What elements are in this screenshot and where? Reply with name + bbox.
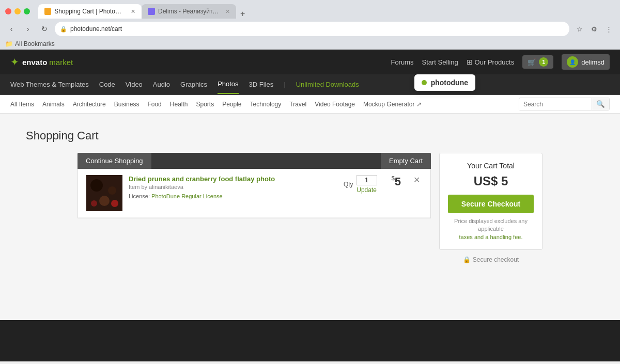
cart-sidebar: Your Cart Total US$ 5 Secure Checkout Pr… <box>439 153 542 263</box>
qty-label: Qty <box>344 181 353 188</box>
reload-button[interactable]: ↻ <box>38 23 51 35</box>
item-author: Item by alinanikitaeva <box>129 184 337 190</box>
item-title-link[interactable]: Dried prunes and cranberry food flatlay … <box>129 175 337 183</box>
cat-web-themes[interactable]: Web Themes & Templates <box>10 75 89 93</box>
grid-icon: ⊞ <box>467 58 473 66</box>
cart-total-amount: US$ 5 <box>448 174 534 188</box>
license-label: License: <box>129 193 150 199</box>
sub-architecture[interactable]: Architecture <box>73 101 106 108</box>
license-link[interactable]: PhotoDune Regular License <box>151 193 223 199</box>
address-bar[interactable]: 🔒 photodune.net/cart <box>55 22 569 36</box>
minimize-button[interactable] <box>14 8 21 14</box>
new-tab-button[interactable]: + <box>238 9 247 19</box>
search-input[interactable] <box>519 99 592 110</box>
sub-navigation: All Items Animals Architecture Business … <box>0 95 620 114</box>
footer-dark <box>0 320 620 361</box>
tab-favicon-1 <box>44 8 51 15</box>
close-button[interactable] <box>5 8 11 14</box>
qty-input[interactable] <box>357 175 377 185</box>
tab-title-1: Shopping Cart | PhotoDune <box>54 8 126 15</box>
start-selling-link[interactable]: Start Selling <box>422 58 458 66</box>
forums-link[interactable]: Forums <box>391 58 413 66</box>
bookmarks-icon: 📁 <box>5 40 13 48</box>
sub-business[interactable]: Business <box>114 101 140 108</box>
sub-video-footage[interactable]: Video Footage <box>315 101 355 108</box>
website-content: ✦ envato market Forums Start Selling ⊞ O… <box>0 50 620 364</box>
sub-all-items[interactable]: All Items <box>10 101 34 108</box>
cart-badge: 1 <box>539 57 548 67</box>
cart-icon: 🛒 <box>528 58 536 66</box>
item-info: Dried prunes and cranberry food flatlay … <box>129 175 337 199</box>
address-text: photodune.net/cart <box>70 25 564 33</box>
sub-sports[interactable]: Sports <box>196 101 214 108</box>
sub-people[interactable]: People <box>222 101 241 108</box>
tax-link[interactable]: taxes and a handling fee. <box>459 234 523 240</box>
cat-photos[interactable]: Photos <box>218 75 238 94</box>
cat-3d-files[interactable]: 3D Files <box>249 75 274 93</box>
item-license: License: PhotoDune Regular License <box>129 193 337 199</box>
svg-point-2 <box>108 186 116 195</box>
user-avatar: 👤 <box>567 56 578 68</box>
photodune-label: photodune <box>431 78 468 87</box>
cart-toolbar: Continue Shopping Empty Cart <box>78 153 431 169</box>
tabs-bar: Shopping Cart | PhotoDune ✕ Delims - Реа… <box>38 4 615 19</box>
cat-code[interactable]: Code <box>99 75 115 93</box>
secure-label: Secure checkout <box>473 256 519 263</box>
price-amount: 5 <box>395 175 401 188</box>
forward-button[interactable]: › <box>22 23 34 35</box>
cart-button[interactable]: 🛒 1 <box>522 55 553 69</box>
tab-favicon-2 <box>148 8 155 15</box>
empty-cart-button[interactable]: Empty Cart <box>381 153 431 169</box>
svg-point-5 <box>111 200 118 207</box>
svg-point-4 <box>91 200 97 207</box>
item-thumbnail <box>86 175 122 211</box>
tab-close-1[interactable]: ✕ <box>131 8 135 15</box>
back-button[interactable]: ‹ <box>5 23 18 35</box>
logo[interactable]: ✦ envato market <box>10 56 73 68</box>
tax-note-text: Price displayed excludes any applicable <box>454 218 528 232</box>
secure-note: 🔒 Secure checkout <box>439 256 542 263</box>
top-navigation: ✦ envato market Forums Start Selling ⊞ O… <box>0 50 620 74</box>
top-nav-right: Forums Start Selling ⊞ Our Products 🛒 1 … <box>391 54 610 70</box>
user-menu-button[interactable]: 👤 delimsd <box>562 54 610 70</box>
item-svg-image <box>86 175 122 211</box>
maximize-button[interactable] <box>24 8 30 14</box>
cat-video[interactable]: Video <box>126 75 143 93</box>
item-quantity: Qty Update <box>344 175 377 194</box>
cat-graphics[interactable]: Graphics <box>180 75 207 93</box>
update-button[interactable]: Update <box>357 186 377 194</box>
sub-mockup-generator[interactable]: Mockup Generator ↗ <box>363 101 422 108</box>
sub-health[interactable]: Health <box>170 101 188 108</box>
cart-total-label: Your Cart Total <box>448 162 534 170</box>
sub-animals[interactable]: Animals <box>42 101 65 108</box>
lock-secure-icon: 🔒 <box>463 256 471 263</box>
cart-total-box: Your Cart Total US$ 5 Secure Checkout Pr… <box>439 153 542 250</box>
footer-promo: Placeit by envato <box>0 361 620 364</box>
sub-food[interactable]: Food <box>147 101 161 108</box>
logo-market: market <box>49 58 73 67</box>
sub-technology[interactable]: Technology <box>250 101 282 108</box>
remove-item-button[interactable]: ✕ <box>411 175 422 185</box>
cat-audio[interactable]: Audio <box>153 75 170 93</box>
tab-close-2[interactable]: ✕ <box>225 8 230 15</box>
search-button[interactable]: 🔍 <box>592 98 609 110</box>
continue-shopping-button[interactable]: Continue Shopping <box>78 153 151 169</box>
traffic-lights <box>5 8 30 14</box>
our-products-button[interactable]: ⊞ Our Products <box>467 58 515 66</box>
username-label: delimsd <box>581 58 605 66</box>
sub-travel[interactable]: Travel <box>289 101 306 108</box>
category-navigation: Web Themes & Templates Code Video Audio … <box>0 74 620 95</box>
cart-items: Dried prunes and cranberry food flatlay … <box>78 169 431 218</box>
secure-checkout-button[interactable]: Secure Checkout <box>448 195 534 213</box>
svg-point-3 <box>99 196 110 206</box>
tab-active[interactable]: Shopping Cart | PhotoDune ✕ <box>38 4 142 19</box>
item-price: $ 5 <box>392 175 401 188</box>
main-content: Shopping Cart Continue Shopping Empty Ca… <box>0 114 620 320</box>
tab-inactive[interactable]: Delims - Реализуйте свою... ✕ <box>142 4 236 19</box>
unlimited-downloads-link[interactable]: Unlimited Downloads <box>296 81 359 88</box>
menu-button[interactable]: ⋮ <box>602 23 615 35</box>
extensions-button[interactable]: ⚙ <box>588 23 600 35</box>
page-title: Shopping Cart <box>10 129 610 143</box>
star-button[interactable]: ☆ <box>574 23 586 35</box>
tax-note: Price displayed excludes any applicable … <box>448 217 534 241</box>
